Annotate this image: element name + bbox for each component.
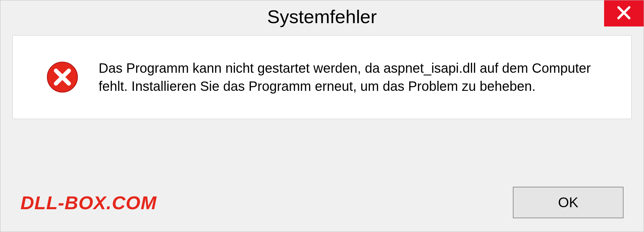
- content-box: Das Programm kann nicht gestartet werden…: [12, 35, 632, 119]
- watermark-text: DLL-BOX.COM: [20, 192, 157, 214]
- ok-button[interactable]: OK: [513, 187, 624, 218]
- dialog-title: Systemfehler: [267, 6, 377, 27]
- error-dialog: Systemfehler Das Programm kann nicht ges…: [0, 0, 644, 232]
- footer: DLL-BOX.COM OK: [0, 173, 644, 232]
- error-icon: [46, 61, 78, 93]
- close-button[interactable]: [604, 0, 644, 26]
- error-message: Das Programm kann nicht gestartet werden…: [99, 59, 604, 95]
- close-icon: [616, 5, 631, 21]
- titlebar: Systemfehler: [0, 0, 644, 33]
